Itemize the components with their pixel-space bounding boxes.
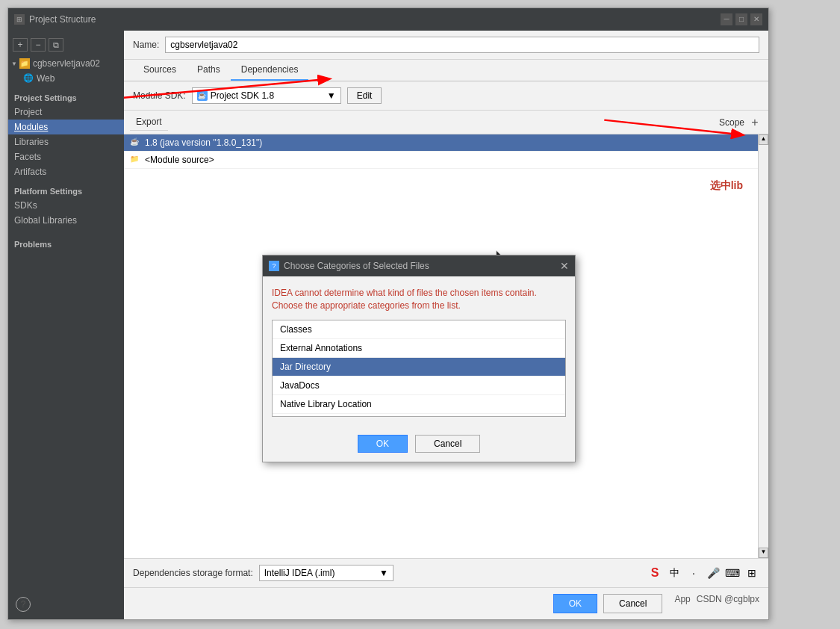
tab-paths[interactable]: Paths bbox=[187, 60, 231, 81]
main-window: ⊞ Project Structure ─ □ ✕ + − ⧉ ▼ 📁 cgbs… bbox=[7, 7, 769, 620]
storage-label: Dependencies storage format: bbox=[133, 568, 253, 578]
chinese-input-icon[interactable]: 中 bbox=[667, 566, 682, 580]
sdk-value: Project SDK 1.8 bbox=[211, 90, 274, 101]
bottom-bar: Dependencies storage format: IntelliJ ID… bbox=[124, 558, 768, 587]
dialog-item-classes[interactable]: Classes bbox=[273, 320, 565, 339]
grid-icon[interactable]: ⊞ bbox=[744, 566, 759, 580]
add-dependency-button[interactable]: + bbox=[747, 115, 762, 130]
sdk-dropdown[interactable]: ☕ Project SDK 1.8 ▼ bbox=[192, 87, 341, 104]
dialog-title: Choose Categories of Selected Files bbox=[284, 261, 429, 271]
dialog-list: Classes External Annotations Jar Directo… bbox=[272, 320, 566, 417]
dialog-close-button[interactable]: ✕ bbox=[560, 260, 569, 272]
name-row: Name: bbox=[124, 31, 768, 60]
tabs-bar: Sources Paths Dependencies bbox=[124, 60, 768, 81]
tab-dependencies[interactable]: Dependencies bbox=[231, 60, 309, 81]
platform-settings-label: Platform Settings bbox=[8, 179, 124, 198]
module-source-icon: 📁 bbox=[130, 155, 140, 165]
sougou-icon[interactable]: S bbox=[647, 566, 662, 580]
sidebar-item-facets-label: Facets bbox=[14, 152, 41, 162]
app-icon: ⊞ bbox=[14, 14, 25, 25]
dep-item-jdk[interactable]: ☕ 1.8 (java version "1.8.0_131") bbox=[124, 134, 758, 152]
scroll-track[interactable] bbox=[759, 145, 768, 548]
project-folder-icon: 📁 bbox=[19, 58, 30, 69]
sdk-dropdown-icon: ☕ bbox=[197, 90, 208, 101]
title-bar: ⊞ Project Structure ─ □ ✕ bbox=[8, 8, 768, 31]
window-title: Project Structure bbox=[29, 14, 721, 25]
sidebar-item-project[interactable]: Project bbox=[8, 105, 124, 120]
dialog-item-javadocs[interactable]: JavaDocs bbox=[273, 377, 565, 395]
microphone-icon[interactable]: 🎤 bbox=[706, 566, 721, 580]
close-button[interactable]: ✕ bbox=[750, 13, 762, 25]
minimize-button[interactable]: ─ bbox=[721, 13, 732, 25]
dialog-message: IDEA cannot determine what kind of files… bbox=[272, 287, 566, 312]
sidebar-toolbar: + − ⧉ bbox=[8, 37, 124, 56]
copy-module-button[interactable]: ⧉ bbox=[49, 38, 63, 52]
tree-web-item[interactable]: 🌐 Web bbox=[8, 71, 124, 86]
ok-button[interactable]: OK bbox=[553, 594, 597, 613]
tree-project-item[interactable]: ▼ 📁 cgbservletjava02 bbox=[8, 56, 124, 71]
dep-item-module-source[interactable]: 📁 <Module source> bbox=[124, 152, 758, 169]
dialog-ok-button[interactable]: OK bbox=[358, 435, 408, 453]
remove-module-button[interactable]: − bbox=[31, 38, 46, 52]
edit-sdk-button[interactable]: Edit bbox=[347, 87, 382, 104]
dialog-cancel-button[interactable]: Cancel bbox=[415, 435, 480, 453]
keyboard-icon[interactable]: ⌨ bbox=[725, 566, 740, 580]
action-buttons: OK Cancel App CSDN @cgblpx bbox=[124, 587, 768, 619]
sidebar-item-libraries[interactable]: Libraries bbox=[8, 134, 124, 149]
dialog-body: IDEA cannot determine what kind of files… bbox=[263, 276, 575, 427]
sidebar-item-sdks-label: SDKs bbox=[14, 200, 37, 211]
export-label: Export bbox=[130, 114, 168, 131]
storage-dropdown-arrow: ▼ bbox=[379, 568, 388, 578]
project-settings-label: Project Settings bbox=[8, 86, 124, 105]
punctuation-icon[interactable]: · bbox=[686, 566, 701, 580]
dialog-buttons: OK Cancel bbox=[263, 427, 575, 462]
web-icon: 🌐 bbox=[23, 73, 34, 84]
sidebar-item-modules-label: Modules bbox=[14, 122, 48, 132]
dialog-item-external-annotations[interactable]: External Annotations bbox=[273, 339, 565, 358]
help-icon[interactable]: ? bbox=[16, 597, 31, 612]
dep-module-source-label: <Module source> bbox=[145, 155, 752, 165]
sdk-row: Module SDK: ☕ Project SDK 1.8 ▼ Edit bbox=[124, 81, 768, 111]
sidebar-item-artifacts-label: Artifacts bbox=[14, 167, 46, 177]
dialog-icon: ? bbox=[269, 261, 279, 271]
sidebar-item-facets[interactable]: Facets bbox=[8, 149, 124, 164]
sidebar-item-project-label: Project bbox=[14, 107, 42, 117]
sidebar-item-libraries-label: Libraries bbox=[14, 137, 49, 147]
deps-toolbar: Export Scope + bbox=[124, 111, 768, 134]
window-controls: ─ □ ✕ bbox=[721, 13, 762, 25]
scroll-controls: ▲ ▼ bbox=[758, 134, 768, 558]
tree-expand-icon: ▼ bbox=[11, 61, 17, 67]
sidebar-item-sdks[interactable]: SDKs bbox=[8, 198, 124, 213]
dialog-item-jar-directory[interactable]: Jar Directory bbox=[273, 358, 565, 377]
sidebar-item-global-libraries-label: Global Libraries bbox=[14, 215, 77, 226]
status-icons: S 中 · 🎤 ⌨ ⊞ bbox=[647, 566, 759, 580]
problems-label: Problems bbox=[8, 228, 124, 251]
dialog-title-bar: ? Choose Categories of Selected Files ✕ bbox=[263, 255, 575, 276]
storage-dropdown[interactable]: IntelliJ IDEA (.iml) ▼ bbox=[259, 565, 393, 581]
sidebar-item-global-libraries[interactable]: Global Libraries bbox=[8, 213, 124, 228]
tree-project-label: cgbservletjava02 bbox=[33, 58, 100, 69]
dialog-item-native-library[interactable]: Native Library Location bbox=[273, 395, 565, 414]
csdn-label: CSDN @cgblpx bbox=[697, 594, 759, 613]
sidebar-item-modules[interactable]: Modules bbox=[8, 120, 124, 134]
annotation-text: 选中lib bbox=[710, 179, 743, 193]
dialog: ? Choose Categories of Selected Files ✕ … bbox=[262, 255, 576, 462]
storage-value: IntelliJ IDEA (.iml) bbox=[264, 568, 335, 578]
dep-jdk-label: 1.8 (java version "1.8.0_131") bbox=[145, 137, 752, 148]
maximize-button[interactable]: □ bbox=[735, 13, 747, 25]
scroll-up-button[interactable]: ▲ bbox=[759, 134, 768, 145]
sidebar: + − ⧉ ▼ 📁 cgbservletjava02 🌐 Web Project… bbox=[8, 31, 124, 619]
sidebar-item-artifacts[interactable]: Artifacts bbox=[8, 164, 124, 179]
jdk-icon: ☕ bbox=[130, 137, 140, 148]
sdk-label: Module SDK: bbox=[133, 90, 186, 101]
cancel-button[interactable]: Cancel bbox=[603, 594, 662, 613]
help-question-mark: ? bbox=[21, 599, 26, 610]
name-input[interactable] bbox=[165, 37, 759, 53]
sdk-dropdown-arrow: ▼ bbox=[327, 90, 336, 101]
tree-web-label: Web bbox=[37, 73, 55, 84]
scroll-down-button[interactable]: ▼ bbox=[759, 548, 768, 558]
app-label: App bbox=[674, 594, 690, 613]
tab-sources[interactable]: Sources bbox=[133, 60, 187, 81]
scope-label: Scope bbox=[719, 117, 744, 128]
add-module-button[interactable]: + bbox=[13, 38, 28, 52]
